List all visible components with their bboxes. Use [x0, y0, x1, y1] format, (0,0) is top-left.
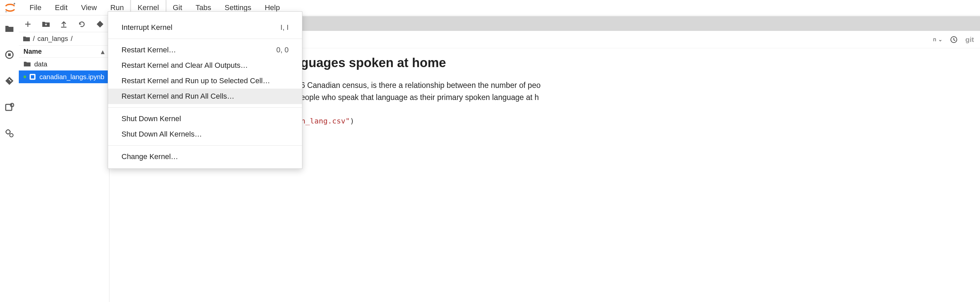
menu-item-edit[interactable]: Edit [48, 0, 74, 16]
menu-item-label: Restart Kernel and Run up to Selected Ce… [121, 76, 270, 85]
running-icon[interactable] [4, 50, 14, 60]
file-row-label: data [34, 60, 47, 68]
kernel-menu-item-change-kernel[interactable]: Change Kernel… [108, 149, 302, 164]
file-browser-toolbar [19, 16, 109, 32]
folder-icon[interactable] [4, 24, 14, 33]
celltype-dropdown[interactable]: n ⌄ [933, 36, 942, 43]
breadcrumb-sep: / [33, 35, 35, 43]
git-icon[interactable] [4, 76, 14, 86]
svg-rect-3 [8, 53, 11, 56]
menu-item-label: Restart Kernel and Run All Cells… [121, 92, 234, 100]
settings-gear-icon[interactable] [4, 128, 14, 138]
notebook-icon [29, 73, 36, 81]
kernel-menu-item-shutdown-all[interactable]: Shut Down All Kernels… [108, 127, 302, 142]
notebook-body-line: 6 Canadian census, is there a relationsh… [301, 79, 967, 92]
kernel-menu-item-restart-run-all[interactable]: Restart Kernel and Run All Cells… [108, 89, 302, 104]
svg-rect-13 [31, 75, 34, 78]
refresh-button[interactable] [76, 19, 87, 30]
breadcrumb-sep: / [71, 35, 73, 43]
history-button[interactable] [950, 36, 958, 44]
file-browser-header[interactable]: Name ▴ [19, 46, 109, 58]
file-row-notebook[interactable]: canadian_langs.ipynb [19, 70, 109, 83]
breadcrumb-folder-icon [23, 36, 30, 42]
breadcrumb-segment[interactable]: can_langs [38, 35, 68, 43]
file-browser-panel: / can_langs / Name ▴ data canadian_langs… [19, 16, 110, 302]
extension-icon[interactable] [4, 102, 14, 112]
folder-icon [24, 60, 31, 68]
menu-item-label: Restart Kernel and Clear All Outputs… [121, 61, 248, 70]
menu-item-shortcut: I, I [281, 23, 289, 32]
kernel-menu-item-interrupt[interactable]: Interrupt Kernel I, I [108, 20, 302, 35]
menu-item-label: Shut Down All Kernels… [121, 130, 202, 138]
status-dot-icon [24, 75, 26, 78]
menu-item-label: Restart Kernel… [121, 46, 176, 54]
menu-item-shortcut: 0, 0 [276, 46, 289, 54]
file-row-folder[interactable]: data [19, 58, 109, 70]
svg-point-10 [10, 134, 13, 137]
jupyterlab-app: File Edit View Run Kernel Git Tabs Setti… [0, 0, 980, 302]
celltype-label: n [933, 37, 936, 43]
menu-item-view[interactable]: View [74, 0, 103, 16]
chevron-down-icon: ⌄ [938, 36, 942, 43]
activity-bar [0, 16, 19, 302]
upload-button[interactable] [59, 19, 69, 30]
file-row-label: canadian_langs.ipynb [40, 73, 105, 81]
column-name-label: Name [24, 48, 41, 56]
notebook-body-line: eople who speak that language as their p… [301, 92, 967, 104]
svg-point-0 [14, 3, 16, 4]
new-launcher-button[interactable] [22, 19, 33, 30]
code-token: ) [350, 117, 355, 125]
kernel-menu-dropdown: Interrupt Kernel I, I Restart Kernel… 0,… [108, 11, 302, 169]
kernel-menu-item-restart[interactable]: Restart Kernel… 0, 0 [108, 42, 302, 58]
menu-separator [108, 38, 302, 39]
new-folder-button[interactable] [41, 19, 51, 30]
menu-item-file[interactable]: File [23, 0, 48, 16]
kernel-menu-item-shutdown[interactable]: Shut Down Kernel [108, 111, 302, 127]
svg-point-1 [5, 11, 7, 13]
git-button[interactable] [95, 19, 105, 30]
sort-caret-icon: ▴ [101, 48, 104, 56]
git-status-label[interactable]: git [965, 36, 974, 44]
kernel-menu-item-restart-clear[interactable]: Restart Kernel and Clear All Outputs… [108, 58, 302, 73]
menu-item-label: Shut Down Kernel [121, 114, 181, 123]
notebook-heading: guages spoken at home [301, 56, 967, 70]
kernel-menu-item-restart-run-to-cell[interactable]: Restart Kernel and Run up to Selected Ce… [108, 73, 302, 89]
menu-separator [108, 145, 302, 146]
jupyter-logo-icon [4, 2, 16, 14]
svg-point-9 [6, 130, 10, 134]
menu-separator [108, 107, 302, 108]
menu-item-label: Interrupt Kernel [121, 23, 172, 32]
breadcrumb[interactable]: / can_langs / [19, 32, 109, 46]
menu-item-label: Change Kernel… [121, 153, 178, 161]
